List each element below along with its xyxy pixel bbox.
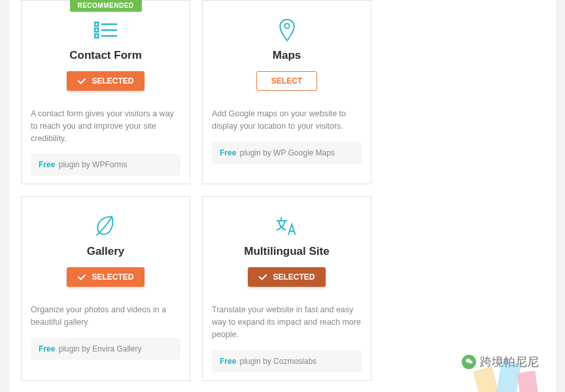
free-label: Free — [220, 148, 236, 157]
select-button[interactable]: SELECT — [256, 71, 317, 91]
svg-rect-0 — [94, 22, 97, 25]
card-description: Add Google maps on your website to displ… — [212, 101, 362, 142]
card-top: Contact Form SELECTED — [31, 16, 180, 101]
card-title: Contact Form — [31, 49, 180, 62]
card-description: Organize your photos and videos in a bea… — [31, 297, 180, 338]
cards-container: RECOMMENDED Contact Form — [9, 0, 556, 392]
card-maps: Maps SELECT Add Google maps on your webs… — [202, 0, 371, 184]
card-multilingual: Multilingual Site SELECTED Translate you… — [202, 196, 371, 380]
plugin-by-text: plugin by WPForms — [59, 160, 128, 169]
form-icon — [31, 16, 180, 44]
plugin-info: Free plugin by Cozmoslabs — [212, 350, 362, 372]
plugin-info: Free plugin by WP Google Maps — [212, 142, 362, 164]
leaf-icon — [31, 212, 180, 240]
card-gallery: Gallery SELECTED Organize your photos an… — [21, 196, 190, 380]
svg-point-6 — [284, 24, 289, 28]
card-contact-form: RECOMMENDED Contact Form — [21, 0, 190, 184]
svg-rect-4 — [94, 34, 97, 37]
card-top: Multilingual Site SELECTED — [212, 212, 362, 297]
plugin-by-text: plugin by Cozmoslabs — [240, 357, 317, 366]
plugin-by-text: plugin by WP Google Maps — [240, 148, 335, 157]
recommended-badge: RECOMMENDED — [69, 0, 141, 12]
card-description: Translate your website in fast and easy … — [212, 297, 362, 350]
selected-button[interactable]: SELECTED — [67, 71, 144, 91]
plugin-info: Free plugin by Envira Gallery — [31, 338, 180, 360]
watermark-text: 跨境帕尼尼 — [480, 354, 539, 370]
wechat-icon — [462, 355, 476, 369]
free-label: Free — [39, 344, 55, 353]
watermark: 跨境帕尼尼 — [462, 354, 539, 370]
card-description: A contact form gives your visitors a way… — [31, 101, 180, 154]
check-icon — [77, 76, 86, 86]
card-top: Gallery SELECTED — [31, 212, 180, 297]
card-title: Gallery — [31, 245, 180, 258]
plugin-info: Free plugin by WPForms — [31, 154, 180, 176]
check-icon — [258, 272, 267, 282]
free-label: Free — [220, 357, 236, 366]
button-label: SELECTED — [273, 272, 315, 282]
selected-button[interactable]: SELECTED — [248, 267, 325, 287]
card-title: Multilingual Site — [212, 245, 362, 258]
free-label: Free — [39, 160, 55, 169]
check-icon — [77, 272, 86, 282]
button-label: SELECTED — [92, 76, 133, 86]
button-label: SELECT — [271, 76, 302, 86]
selected-button[interactable]: SELECTED — [67, 267, 144, 287]
card-title: Maps — [212, 49, 362, 62]
svg-rect-2 — [94, 28, 97, 31]
translate-icon — [212, 212, 362, 240]
map-pin-icon — [212, 16, 362, 44]
button-label: SELECTED — [92, 272, 133, 282]
white-panel: RECOMMENDED Contact Form — [9, 0, 556, 392]
card-top: Maps SELECT — [212, 16, 362, 101]
plugin-by-text: plugin by Envira Gallery — [59, 344, 142, 353]
